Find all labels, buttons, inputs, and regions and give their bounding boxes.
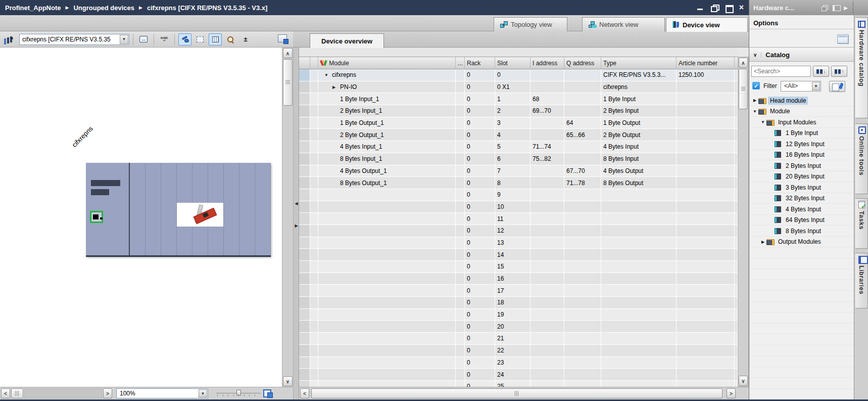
split-panel-icon[interactable] — [833, 5, 839, 11]
row-selector-cell[interactable] — [299, 93, 310, 105]
table-row[interactable]: ▶PN-IO 0 0 X1 cifxrepns — [299, 81, 738, 94]
canvas-vscrollbar[interactable]: ∧ ∨ — [282, 48, 293, 387]
scroll-track[interactable] — [24, 388, 102, 398]
header-iaddress[interactable]: I address — [531, 57, 564, 69]
tab-topology-view[interactable]: Topology view — [494, 17, 567, 31]
row-selector-cell[interactable] — [299, 249, 310, 261]
table-row[interactable]: 0 15 — [299, 261, 738, 273]
show-module-widths-button[interactable]: ↔ — [137, 33, 150, 46]
zoom-level-combo[interactable]: 100% ▼ — [116, 388, 208, 398]
breadcrumb-ungrouped-devices[interactable]: Ungrouped devices — [73, 4, 134, 12]
catalog-tree-item[interactable]: 1 Byte Input — [749, 128, 854, 139]
catalog-tree-item[interactable]: 16 Bytes Input — [749, 150, 854, 161]
table-row[interactable]: 0 11 — [299, 213, 738, 225]
catalog-tree-item[interactable]: ▼ Module — [749, 106, 854, 117]
table-row[interactable]: 8 Bytes Output_1 0 8 71...78 8 Bytes Out… — [299, 177, 738, 189]
restore-icon[interactable] — [711, 5, 718, 11]
table-row[interactable]: 0 21 — [299, 333, 738, 345]
catalog-tree-item[interactable]: 4 Bytes Input — [749, 204, 854, 215]
header-qaddress[interactable]: Q address — [564, 57, 601, 69]
table-row[interactable]: 2 Byte Output_1 0 4 65...66 2 Byte Outpu… — [299, 129, 738, 141]
search-down-button[interactable]: ↓ — [813, 66, 829, 77]
tree-expander-icon[interactable]: ▶ — [752, 98, 757, 103]
row-selector-cell[interactable] — [299, 129, 310, 141]
device-canvas[interactable]: cifxrepns — [0, 48, 282, 387]
table-row[interactable]: 0 16 — [299, 273, 738, 285]
row-selector-cell[interactable] — [299, 201, 310, 213]
zoom-button[interactable] — [224, 33, 237, 46]
table-row[interactable]: 2 Bytes Input_1 0 2 69...70 2 Bytes Inpu… — [299, 105, 738, 117]
collapse-left-icon[interactable]: ◀ — [294, 201, 299, 206]
filter-checkbox[interactable]: ✓ — [752, 82, 760, 90]
fit-to-window-icon[interactable] — [263, 388, 273, 398]
breadcrumb-device[interactable]: cifxrepns [CIFX RE/PNS V3.5.35 - V3.x] — [147, 4, 267, 12]
scroll-thumb[interactable] — [11, 388, 23, 398]
table-row[interactable]: 0 13 — [299, 237, 738, 249]
row-selector-cell[interactable] — [299, 285, 310, 297]
table-row[interactable]: 0 14 — [299, 249, 738, 261]
slider-thumb[interactable] — [236, 390, 241, 395]
tab-device-view[interactable]: Device view — [666, 17, 748, 32]
row-selector-cell[interactable] — [299, 213, 310, 225]
sidebar-tab-libraries[interactable]: Libraries — [855, 253, 868, 308]
row-selector-cell[interactable] — [299, 177, 310, 189]
table-hscrollbar[interactable]: < > — [299, 387, 738, 399]
catalog-tree-item[interactable]: 2 Bytes Input — [749, 160, 854, 171]
header-dots[interactable]: ... — [456, 57, 465, 69]
scroll-right-icon[interactable]: > — [727, 388, 736, 398]
table-row[interactable]: ▼cifxrepns 0 0 CIFX RE/PNS V3.5.3... 125… — [299, 69, 738, 81]
ethernet-port-icon[interactable] — [90, 211, 103, 223]
device-selector-dropdown[interactable]: cifxrepns [CIFX RE/PNS V3.5.35 ▼ — [19, 34, 129, 45]
row-selector-cell[interactable] — [299, 297, 310, 309]
catalog-search-input[interactable] — [751, 66, 811, 77]
collapse-right-icon[interactable]: ▶ — [294, 224, 299, 229]
show-module-labels-button[interactable]: NAME⏎ — [158, 33, 171, 46]
scroll-right-icon[interactable]: > — [103, 388, 112, 398]
catalog-section-header[interactable]: ∨ Catalog — [749, 49, 854, 62]
table-row[interactable]: 0 12 — [299, 225, 738, 237]
catalog-tree-item[interactable]: ▶ Output Modules — [749, 237, 854, 248]
highlight-io-button[interactable] — [178, 33, 191, 46]
table-row[interactable]: 0 22 — [299, 345, 738, 357]
scroll-down-icon[interactable]: ∨ — [739, 376, 748, 386]
close-icon[interactable]: × — [739, 5, 744, 11]
catalog-tree-item[interactable]: 32 Bytes Input — [749, 193, 854, 204]
catalog-tree-item[interactable]: 8 Bytes Input — [749, 226, 854, 237]
sidebar-tab-hardware-catalog[interactable]: Hardware catalog — [855, 17, 868, 118]
row-selector-cell[interactable] — [299, 345, 310, 357]
row-selector-cell[interactable] — [299, 309, 310, 321]
tab-device-overview[interactable]: Device overview — [310, 33, 384, 48]
scroll-up-icon[interactable]: ∧ — [739, 58, 748, 68]
table-row[interactable]: 0 10 — [299, 201, 738, 213]
window-preview-icon[interactable] — [837, 34, 848, 43]
chevron-down-icon[interactable]: ▼ — [812, 82, 820, 91]
table-row[interactable]: 0 18 — [299, 297, 738, 309]
keep-zoom-button[interactable]: ± — [239, 33, 252, 46]
pane-splitter[interactable]: ◀ ▶ — [293, 48, 299, 399]
table-row[interactable]: 0 9 — [299, 189, 738, 201]
chevron-down-icon[interactable]: ▼ — [199, 389, 207, 397]
table-vscrollbar[interactable]: ∧ ∨ — [738, 57, 749, 387]
row-selector-cell[interactable] — [299, 225, 310, 237]
table-row[interactable]: 1 Byte Input_1 0 1 68 1 Byte Input — [299, 93, 738, 105]
catalog-tree-item[interactable]: ▶ Head module — [749, 95, 854, 106]
row-selector-cell[interactable] — [299, 165, 310, 177]
row-selector-cell[interactable] — [299, 189, 310, 201]
maximize-icon[interactable] — [725, 5, 732, 11]
catalog-tree-item[interactable]: 20 Bytes Input — [749, 171, 854, 183]
table-row[interactable]: 0 20 — [299, 321, 738, 333]
row-selector-cell[interactable] — [299, 237, 310, 249]
row-selector-cell[interactable] — [299, 381, 310, 387]
table-row[interactable]: 0 17 — [299, 285, 738, 297]
header-article-number[interactable]: Article number — [677, 57, 735, 69]
catalog-tree-item[interactable]: 12 Bytes Input — [749, 139, 854, 150]
table-row[interactable]: 0 25 — [299, 381, 738, 387]
tree-expander-icon[interactable]: ▶ — [760, 240, 765, 244]
search-up-button[interactable]: ↑ — [831, 66, 847, 77]
show-overview-columns-button[interactable] — [209, 33, 222, 46]
sidebar-tab-tasks[interactable]: Tasks — [855, 198, 868, 249]
row-selector-cell[interactable] — [299, 357, 310, 369]
scroll-left-icon[interactable]: < — [300, 388, 309, 398]
row-expander-icon[interactable]: ▶ — [332, 85, 337, 90]
zoom-slider[interactable] — [216, 388, 261, 398]
